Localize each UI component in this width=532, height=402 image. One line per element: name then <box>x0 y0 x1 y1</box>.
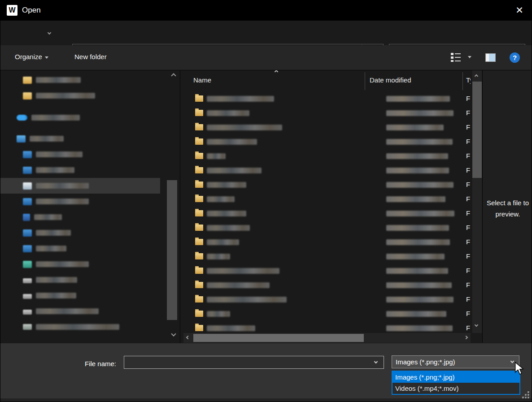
cloud-icon <box>17 115 27 121</box>
file-row[interactable]: F <box>183 250 471 264</box>
scroll-down-icon[interactable] <box>475 323 478 327</box>
folder-icon <box>195 239 203 245</box>
sidebar-scrollbar-thumb[interactable] <box>167 180 177 320</box>
file-row[interactable]: F <box>183 149 471 164</box>
new-folder-button[interactable]: New folder <box>74 53 107 61</box>
list-scrollbar-thumb[interactable] <box>472 82 482 178</box>
file-type-cell: F <box>466 267 470 274</box>
redacted-file-name <box>207 153 226 159</box>
column-divider[interactable] <box>462 72 463 90</box>
redacted-file-name <box>207 96 274 102</box>
file-name-input[interactable] <box>124 356 384 369</box>
redacted-date-modified <box>386 110 454 116</box>
scroll-right-icon[interactable] <box>464 336 468 339</box>
help-icon[interactable]: ? <box>510 52 520 63</box>
column-type[interactable]: Ty <box>466 76 471 84</box>
drive-gray-icon <box>23 278 32 283</box>
sidebar-scrollbar[interactable] <box>168 70 179 344</box>
file-row[interactable]: F <box>183 321 471 333</box>
sidebar-item[interactable] <box>0 178 160 194</box>
sidebar-item[interactable] <box>0 72 160 88</box>
redacted-file-name <box>207 254 230 259</box>
column-date-modified[interactable]: Date modified <box>370 76 411 84</box>
scroll-left-icon[interactable] <box>186 336 190 339</box>
blue-icon <box>23 245 32 252</box>
sidebar-item[interactable] <box>0 209 160 225</box>
recent-locations-icon[interactable] <box>48 31 51 35</box>
folder-icon <box>195 167 203 173</box>
file-type-cell: F <box>466 109 470 117</box>
redacted-label <box>36 199 89 204</box>
file-row[interactable]: F <box>183 278 471 293</box>
file-rows: F F F F F F F F <box>183 92 471 333</box>
organize-button[interactable]: Organize <box>15 53 48 61</box>
file-type-cell: F <box>466 295 470 303</box>
column-divider[interactable] <box>365 72 365 90</box>
folder-icon <box>195 110 203 116</box>
file-row[interactable]: F <box>183 106 471 121</box>
file-row[interactable]: F <box>183 307 471 321</box>
sidebar-item[interactable] <box>0 288 160 303</box>
file-row[interactable]: F <box>183 235 471 250</box>
sidebar-item[interactable] <box>0 131 160 147</box>
file-type-cell: F <box>466 181 470 188</box>
file-type-cell: F <box>466 281 470 289</box>
file-type-select[interactable]: Images (*.png;*.jpg) <box>392 355 519 368</box>
file-name-dropdown-icon[interactable] <box>374 360 378 363</box>
file-row[interactable]: F <box>183 221 471 235</box>
list-horizontal-scrollbar[interactable] <box>183 333 471 343</box>
file-type-cell: F <box>466 166 470 174</box>
word-app-icon: W <box>7 5 17 16</box>
sidebar-item[interactable] <box>0 241 160 256</box>
redacted-label <box>36 308 99 314</box>
open-dialog: W Open ✕ ← → ↑ This PC Documents ↻ Searc… <box>0 0 532 402</box>
sort-ascending-icon <box>275 70 278 73</box>
file-row[interactable]: F <box>183 293 471 307</box>
light-icon <box>23 182 32 190</box>
file-row[interactable]: F <box>183 192 471 207</box>
sidebar-item[interactable] <box>0 194 160 209</box>
file-type-cell: F <box>466 123 470 131</box>
pc-icon <box>17 135 26 143</box>
sidebar-item[interactable] <box>0 303 160 319</box>
change-view-icon[interactable] <box>451 52 461 62</box>
sidebar-item[interactable] <box>0 272 160 288</box>
redacted-file-name <box>207 125 282 130</box>
file-row[interactable]: F <box>183 135 471 149</box>
sidebar-item[interactable] <box>0 225 160 241</box>
file-type-option[interactable]: Videos (*.mp4;*.mov) <box>392 383 519 394</box>
sidebar-item[interactable] <box>0 162 160 178</box>
file-type-cell: F <box>466 224 470 231</box>
file-row[interactable]: F <box>183 178 471 192</box>
file-type-dropdown-list: Images (*.png;*.jpg) Videos (*.mp4;*.mov… <box>392 371 520 395</box>
redacted-label <box>36 183 89 189</box>
file-type-option[interactable]: Images (*.png;*.jpg) <box>392 372 519 383</box>
column-name[interactable]: Name <box>193 76 211 84</box>
file-row[interactable]: F <box>183 92 471 106</box>
drive-net-icon <box>23 324 32 330</box>
redacted-file-name <box>207 211 246 216</box>
preview-pane-icon[interactable] <box>485 53 496 62</box>
close-icon[interactable]: ✕ <box>512 3 527 17</box>
file-row[interactable]: F <box>183 207 471 221</box>
redacted-file-name <box>207 297 287 303</box>
blue-icon <box>23 229 32 237</box>
resize-grip[interactable] <box>522 391 530 399</box>
file-row[interactable]: F <box>183 264 471 278</box>
file-row[interactable]: F <box>183 121 471 135</box>
sidebar-item[interactable] <box>0 147 160 162</box>
file-type-cell: F <box>466 195 470 203</box>
file-type-selected-label: Images (*.png;*.jpg) <box>396 358 455 366</box>
sidebar-item[interactable] <box>0 88 160 104</box>
file-type-cell: F <box>466 95 470 102</box>
file-row[interactable]: F <box>183 164 471 178</box>
view-options-caret-icon[interactable] <box>468 56 471 58</box>
sidebar-item[interactable] <box>0 110 160 125</box>
sidebar-item[interactable] <box>0 256 160 272</box>
sidebar-item[interactable] <box>0 319 160 335</box>
scroll-up-icon[interactable] <box>475 74 478 78</box>
horizontal-scrollbar-thumb[interactable] <box>193 334 364 342</box>
sidebar-items <box>0 72 180 335</box>
footer-bar: File name: Images (*.png;*.jpg) Images (… <box>0 343 532 399</box>
list-vertical-scrollbar[interactable] <box>472 70 482 333</box>
